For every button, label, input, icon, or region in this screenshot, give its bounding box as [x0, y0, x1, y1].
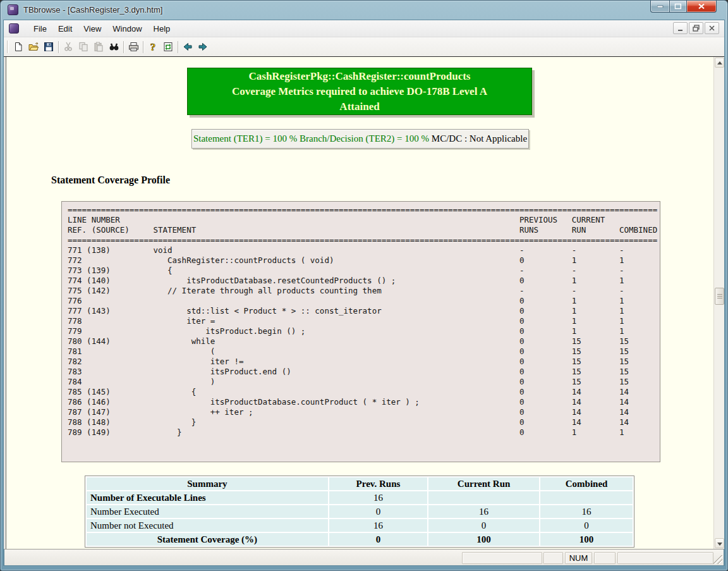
- app-icon: [8, 4, 18, 15]
- toolbar-separator: [178, 41, 178, 53]
- num-lock-indicator: NUM: [565, 552, 592, 564]
- title-bar[interactable]: TBbrowse - [CashRegister_3.dyn.htm]: [3, 1, 725, 20]
- mdi-restore-icon: [689, 23, 703, 34]
- summary-cell-value: 16: [540, 505, 633, 518]
- back-button[interactable]: [180, 39, 195, 55]
- toolbar-separator: [58, 41, 59, 53]
- coverage-title-banner: CashRegisterPkg::CashRegister::countProd…: [187, 68, 532, 115]
- close-icon: [698, 3, 705, 9]
- mdi-minimize-button[interactable]: [673, 22, 688, 34]
- menu-item-edit[interactable]: Edit: [52, 21, 78, 36]
- summary-cell-value: 0: [540, 519, 633, 532]
- summary-cell-value: 100: [540, 533, 633, 546]
- menu-item-window[interactable]: Window: [107, 21, 147, 36]
- scrollbar-thumb-grip-icon: [717, 294, 722, 299]
- summary-cell-value: 16: [329, 519, 427, 532]
- refresh-icon: [163, 42, 173, 52]
- cut-icon: [63, 42, 73, 52]
- summary-cell-value: 16: [428, 505, 539, 518]
- document-view: CashRegisterPkg::CashRegister::countProd…: [6, 57, 713, 549]
- scroll-up-arrow-icon: [717, 61, 722, 64]
- summary-cell-value: 0: [329, 505, 427, 518]
- mdi-restore-button[interactable]: [689, 22, 703, 34]
- scroll-down-button[interactable]: [715, 538, 724, 548]
- summary-row: Number of Executable Lines16: [87, 491, 633, 504]
- maximize-icon: [675, 4, 682, 9]
- mdi-client-area: CashRegisterPkg::CashRegister::countProd…: [4, 56, 724, 549]
- summary-cell-value: 100: [428, 533, 539, 546]
- section-heading: Statement Coverage Profile: [51, 175, 170, 186]
- mdi-window-buttons: [673, 22, 719, 34]
- menu-item-file[interactable]: File: [28, 21, 52, 36]
- status-pane: [543, 552, 563, 564]
- cut-button[interactable]: [61, 39, 76, 55]
- print-button[interactable]: [126, 39, 141, 55]
- minimize-button[interactable]: [650, 1, 669, 13]
- menu-bar: FileEditViewWindowHelp: [4, 20, 724, 37]
- forward-button[interactable]: [195, 39, 210, 55]
- paste-button[interactable]: [91, 39, 106, 55]
- scroll-down-arrow-icon: [717, 543, 722, 546]
- summary-cell-value: 0: [428, 519, 539, 532]
- new-document-button[interactable]: [11, 39, 26, 55]
- print-icon: [128, 42, 139, 52]
- status-bar: NUM: [4, 549, 724, 566]
- status-pane: [462, 552, 542, 564]
- banner-line-1: CashRegisterPkg::CashRegister::countProd…: [188, 69, 531, 84]
- mdi-close-button[interactable]: [705, 22, 719, 34]
- scroll-up-button[interactable]: [715, 58, 724, 68]
- status-pane: [594, 552, 616, 564]
- coverage-profile-text: ========================================…: [62, 202, 660, 438]
- minimize-icon: [657, 5, 664, 8]
- save-icon: [44, 42, 54, 52]
- refresh-button[interactable]: [161, 39, 176, 55]
- status-pane: [617, 552, 713, 564]
- summary-column-header: Summary: [87, 477, 328, 490]
- ter-segment: Branch/Decision (TER2) = 100 %: [297, 133, 429, 144]
- resize-grip[interactable]: [713, 555, 722, 564]
- toolbar-grip[interactable]: [7, 40, 9, 53]
- svg-text:?: ?: [150, 42, 156, 52]
- close-button[interactable]: [687, 1, 717, 13]
- summary-row: Statement Coverage (%)0100100: [87, 533, 633, 546]
- save-button[interactable]: [41, 39, 56, 55]
- summary-column-header: Prev. Runs: [329, 477, 427, 490]
- forward-arrow-icon: [198, 42, 208, 51]
- ter-segment: Statement (TER1) = 100 %: [193, 133, 297, 144]
- copy-icon: [78, 42, 88, 52]
- summary-column-header: Current Run: [428, 477, 539, 490]
- banner-line-3: Attained: [188, 99, 531, 114]
- toolbar-separator: [143, 41, 143, 53]
- mdi-minimize-icon: [674, 23, 687, 34]
- menu-item-help[interactable]: Help: [148, 21, 176, 36]
- summary-header-row: SummaryPrev. RunsCurrent RunCombined: [87, 477, 633, 490]
- summary-cell-value: 16: [329, 491, 427, 504]
- ter-segment: MC/DC : Not Applicable: [429, 133, 527, 144]
- help-button[interactable]: ?: [145, 39, 161, 55]
- summary-cell-value: [428, 491, 539, 504]
- menu-item-view[interactable]: View: [78, 21, 107, 36]
- scrollbar-thumb[interactable]: [715, 288, 724, 305]
- open-file-button[interactable]: [26, 39, 41, 55]
- help-icon: ?: [149, 42, 157, 52]
- summary-cell-value: 0: [329, 533, 427, 546]
- paste-icon: [94, 42, 104, 52]
- vertical-scrollbar[interactable]: [713, 57, 724, 549]
- summary-table: SummaryPrev. RunsCurrent RunCombined Num…: [85, 476, 634, 548]
- summary-row-label: Number of Executable Lines: [87, 491, 328, 504]
- summary-row-label: Number Executed: [87, 505, 328, 518]
- maximize-button[interactable]: [669, 1, 687, 13]
- summary-row-label: Number not Executed: [87, 519, 328, 532]
- summary-column-header: Combined: [540, 477, 633, 490]
- new-document-icon: [13, 42, 23, 52]
- summary-row: Number Executed01616: [87, 505, 633, 518]
- copy-button[interactable]: [76, 39, 91, 55]
- open-folder-icon: [28, 42, 39, 52]
- find-icon: [109, 42, 119, 52]
- window-client-area: FileEditViewWindowHelp: [3, 20, 725, 566]
- ter-summary-text: Statement (TER1) = 100 % Branch/Decision…: [193, 133, 527, 144]
- caption-buttons: [650, 1, 717, 13]
- summary-body: Number of Executable Lines16Number Execu…: [87, 491, 633, 546]
- find-button[interactable]: [106, 39, 121, 55]
- mdi-close-icon: [705, 23, 719, 34]
